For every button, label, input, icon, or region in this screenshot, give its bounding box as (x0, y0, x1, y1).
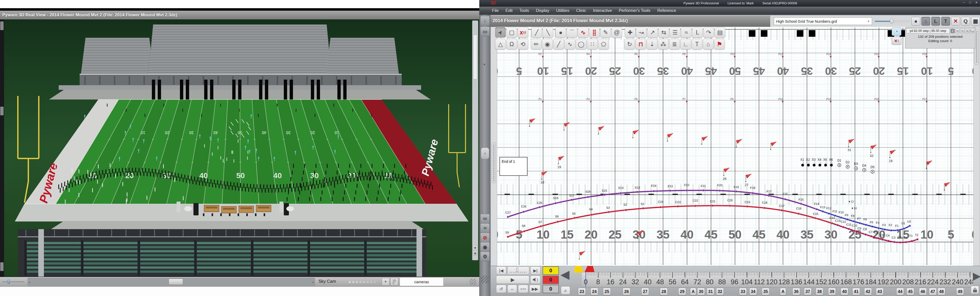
rotate-tool[interactable]: ↻ (624, 39, 635, 49)
slider-knob[interactable] (8, 280, 10, 284)
fraction-button-¹⁄₁₆[interactable]: ¹⁄₁₆ (970, 29, 974, 33)
follow-path-tool[interactable]: ⇣ (647, 39, 657, 49)
path-tool[interactable]: ↝ (636, 27, 647, 38)
scale-tool[interactable]: ↗ (647, 27, 658, 38)
page-tab-48[interactable]: 48 (938, 288, 945, 296)
count-tool[interactable]: x12 (517, 27, 528, 38)
scrollbar-thumb[interactable] (169, 278, 183, 285)
page-tab-46[interactable]: 46 (919, 288, 927, 296)
slider-knob[interactable] (516, 268, 518, 272)
yardline-numbers-button[interactable]: 5|0 (480, 214, 490, 224)
page-tab-29[interactable]: 29 (678, 288, 686, 296)
maximize-icon[interactable]: □ (968, 1, 972, 4)
lasso-tool[interactable]: Ω (506, 39, 517, 49)
pentagon-tool[interactable]: ⬠ (598, 39, 609, 49)
page-tab-40[interactable]: 40 (841, 288, 848, 296)
menu-clinic[interactable]: Clinic (576, 8, 586, 13)
home-tool[interactable]: ⌂ (703, 39, 714, 49)
page-tab-45[interactable]: 45 (907, 288, 914, 296)
tempo-gauge-button[interactable]: ◔ (892, 27, 901, 36)
scrollbar-thumb[interactable] (473, 35, 477, 80)
sliders-tool[interactable]: ≣ (669, 39, 680, 49)
history-tool[interactable]: ⟲ (517, 39, 528, 49)
oval-tool[interactable]: ◯ (576, 39, 587, 49)
stairs-tool[interactable]: ∟ (680, 39, 691, 49)
page-tab-36[interactable]: 36 (792, 288, 800, 296)
fast-forward-button[interactable]: ▶▶ (529, 285, 541, 293)
grid-view-button[interactable]: ▦ (971, 17, 980, 26)
marquee-select-tool[interactable]: ▢ (506, 27, 517, 38)
menu-file[interactable]: File (492, 8, 499, 13)
camera-grid-button[interactable]: 123 (390, 278, 398, 286)
previous-page-button[interactable]: ◀ (560, 269, 570, 280)
field-numbers-button[interactable]: 30 (480, 223, 490, 233)
minimize-icon[interactable]: ─ (962, 1, 966, 4)
cameras-button[interactable]: cameras (400, 277, 444, 286)
delete-one-button[interactable]: ✕1 (892, 37, 901, 45)
play-button[interactable]: ▶ (496, 275, 529, 284)
menu-reference[interactable]: Reference (657, 8, 676, 13)
magnifier-button[interactable]: ⌕ (561, 286, 570, 294)
dot-view-button[interactable]: ● (912, 17, 920, 26)
next-page-button[interactable]: ▶ (973, 270, 980, 282)
page-tab-30[interactable]: 30 (697, 288, 705, 296)
switchback-tool[interactable]: ⊓ (635, 39, 646, 49)
fov-slider[interactable] (2, 280, 24, 283)
fan-tool[interactable]: ≈ (681, 27, 692, 38)
dot-tool[interactable]: ● (555, 27, 566, 38)
page-tab-31[interactable]: 31 (707, 288, 714, 296)
cone-tool[interactable]: △ (495, 39, 506, 49)
fraction-button-¼[interactable]: ¼ (960, 29, 964, 33)
collapse-panel-button[interactable]: ↓ (480, 16, 490, 25)
marker-tool[interactable]: ✏ (531, 39, 542, 49)
zoom-slider[interactable] (875, 18, 909, 25)
app-titlebar[interactable]: 3D Pyware 3D Professional Licensed to: M… (479, 0, 980, 6)
splitter-column[interactable]: ↓▭ ▲ ≡ 5|030⊘◉⚙ (479, 15, 490, 296)
page-tab-42[interactable]: 42 (864, 288, 872, 296)
block-tool[interactable]: ⣿ (589, 27, 600, 38)
fraction-button-½[interactable]: ½ (955, 29, 959, 33)
field-right-scrollbar[interactable] (974, 27, 980, 266)
drill-field-canvas[interactable]: 0055101015152020252530303535404045455050… (490, 27, 980, 266)
page-tab-44[interactable]: 44 (896, 288, 904, 296)
menu-display[interactable]: Display (536, 8, 549, 13)
lasso-view-button[interactable]: Q (961, 17, 970, 26)
settings-button[interactable]: ⚙ (480, 251, 490, 261)
volume-button[interactable]: ) (530, 275, 541, 284)
realview-vertical-scrollbar[interactable]: ◉ ▦ (472, 21, 478, 260)
sprinkle-tool[interactable]: ⁂ (658, 39, 669, 49)
tempo-fine-slider[interactable] (508, 266, 529, 275)
delete-view-button[interactable]: ✕ (951, 17, 960, 26)
camera-target-icon[interactable]: ◉ (473, 245, 477, 250)
cluster-tool[interactable]: ∷ (587, 39, 598, 49)
page-tab-41[interactable]: 41 (853, 288, 860, 296)
collapsed-panel-tab[interactable] (0, 262, 3, 271)
blueprint-tool[interactable]: ▤ (714, 27, 725, 38)
sequence-tool[interactable]: ☰ (670, 27, 680, 38)
page-tab-26[interactable]: 26 (623, 288, 630, 296)
collapsed-panel-tab[interactable] (0, 21, 3, 30)
field-left-scrollbar[interactable] (490, 27, 497, 266)
step-back-button[interactable]: |◀ (496, 266, 506, 275)
page-tab-47[interactable]: 47 (929, 288, 937, 296)
page-tab-37[interactable]: 37 (804, 288, 811, 296)
resize-grip-icon[interactable] (469, 278, 476, 285)
page-tab-38[interactable]: 38 (816, 288, 823, 296)
page-tab-34[interactable]: 34 (749, 288, 757, 296)
realview-viewport[interactable]: PywarePyware1020304050403020101020304050… (0, 19, 479, 277)
arc-tool[interactable]: ⌒ (566, 27, 577, 38)
select-tool[interactable]: ➤ (495, 27, 506, 38)
grid-file-select[interactable]: High School Grid True Numbers.grd▼ (774, 18, 872, 25)
splitter-grip[interactable]: ≡ (481, 148, 489, 159)
camera-view-button[interactable]: ◉ (480, 242, 490, 252)
collapsed-panel-tab[interactable] (0, 107, 3, 115)
zigzag-tool[interactable]: ∿ (565, 39, 575, 49)
page-tab-A[interactable]: A (780, 288, 786, 296)
page-tab-39[interactable]: 39 (828, 288, 836, 296)
swap-tool[interactable]: ⇆ (659, 27, 669, 38)
scrollbar-thumb[interactable] (492, 142, 496, 183)
pin-tool[interactable]: ◉ (542, 39, 553, 49)
realview-titlebar[interactable]: Pyware 3D Real View - 2014 Flower Mound … (0, 11, 479, 19)
step-forward-button[interactable]: ▶| (530, 266, 541, 275)
view-grid-icon[interactable]: ▦ (473, 251, 477, 255)
